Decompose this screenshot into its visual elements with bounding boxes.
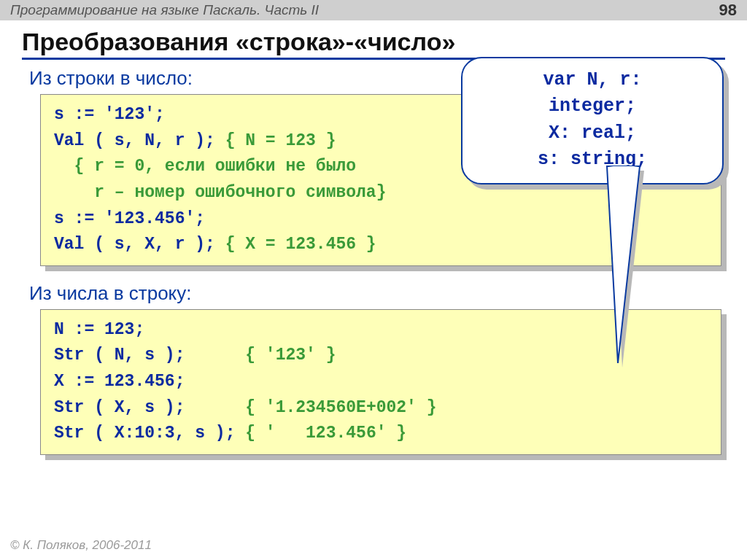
breadcrumb: Программирование на языке Паскаль. Часть… — [10, 2, 319, 18]
page-title: Преобразования «строка»-«число» — [0, 20, 747, 58]
decl-line: var N, r: — [477, 67, 708, 93]
decl-line: integer; — [477, 93, 708, 120]
copyright: © К. Поляков, 2006-2011 — [10, 538, 152, 553]
header-bar: Программирование на языке Паскаль. Часть… — [0, 0, 747, 20]
page-number: 98 — [719, 1, 737, 20]
declarations-bubble: var N, r: integer; X: real; s: string; — [461, 57, 724, 184]
bubble-body: var N, r: integer; X: real; s: string; — [461, 57, 724, 184]
code-line: X := 123.456; — [54, 369, 708, 395]
code-line: Str ( X:10:3, s ); { ' 123.456' } — [54, 421, 708, 447]
decl-line: X: real; — [477, 120, 708, 147]
code-line: Str ( X, s ); { '1.234560E+002' } — [54, 395, 708, 421]
